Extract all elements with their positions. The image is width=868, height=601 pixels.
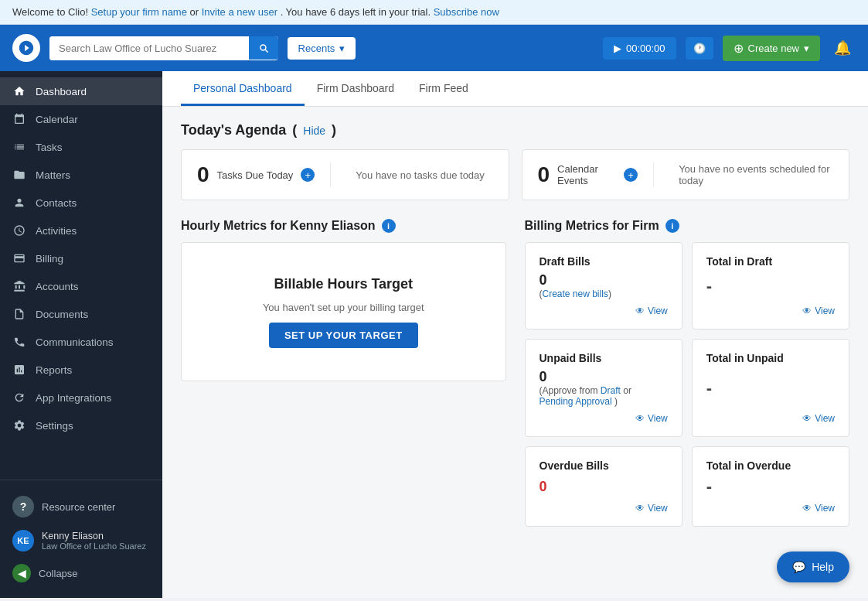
chevron-down-icon: ▾ [339,43,345,54]
total-unpaid-view-link[interactable]: 👁 View [706,413,835,424]
main-content: Personal Dashboard Firm Dashboard Firm F… [162,71,868,598]
sidebar-nav: Dashboard Calendar Tasks Matters [0,71,162,480]
content-area: Today's Agenda ( Hide ) 0 Tasks Due Toda… [162,107,868,542]
sidebar: Dashboard Calendar Tasks Matters [0,71,162,598]
tab-firm-feed[interactable]: Firm Feed [407,71,481,106]
sidebar-label: Reports [36,364,72,376]
top-banner: Welcome to Clio! Setup your firm name or… [0,0,868,25]
avatar: KE [12,530,34,551]
sidebar-label: Activities [36,225,77,237]
unpaid-bills-sub: (Approve from Draft or Pending Approval … [540,385,668,407]
resource-center-item[interactable]: ? Resource center [0,490,162,524]
tasks-message: You have no tasks due today [343,169,484,181]
unpaid-bills-view-link[interactable]: 👁 View [540,413,668,424]
hourly-metrics-title: Hourly Metrics for Kenny Eliason i [181,219,506,233]
sidebar-item-activities[interactable]: Activities [0,217,162,244]
hourly-metrics-info-icon[interactable]: i [382,219,396,233]
total-in-overdue-card: Total in Overdue - 👁 View [692,446,849,527]
sidebar-item-matters[interactable]: Matters [0,161,162,189]
app-body: Dashboard Calendar Tasks Matters [0,71,868,598]
search-button[interactable] [249,36,278,60]
sidebar-item-tasks[interactable]: Tasks [0,133,162,161]
sidebar-label: Accounts [36,281,79,292]
tab-firm-dashboard[interactable]: Firm Dashboard [305,71,407,106]
unpaid-bills-card: Unpaid Bills 0 (Approve from Draft or Pe… [525,339,682,437]
sidebar-item-documents[interactable]: Documents [0,300,162,328]
sidebar-item-calendar[interactable]: Calendar [0,105,162,133]
overdue-bills-value: 0 [540,479,668,495]
help-button[interactable]: 💬 Help [777,551,849,582]
sidebar-item-accounts[interactable]: Accounts [0,272,162,300]
overdue-bills-view-link[interactable]: 👁 View [540,503,668,514]
eye-icon: 👁 [802,306,812,316]
search-input[interactable] [49,36,249,60]
collapse-item[interactable]: ◀ Collapse [0,558,162,589]
timer-button[interactable]: ▶ 00:00:00 [603,37,676,60]
hide-agenda-link[interactable]: Hide [303,125,325,137]
draft-bills-view-link[interactable]: 👁 View [540,306,668,316]
notifications-button[interactable]: 🔔 [829,35,856,61]
create-new-button[interactable]: ⊕ Create new ▾ [723,36,820,61]
sidebar-item-contacts[interactable]: Contacts [0,189,162,217]
billing-metrics-info-icon[interactable]: i [665,219,679,233]
user-profile-item[interactable]: KE Kenny Eliason Law Office of Lucho Sua… [0,524,162,558]
tab-personal-dashboard[interactable]: Personal Dashboard [181,71,305,106]
approve-draft-link[interactable]: Draft [601,385,621,396]
total-overdue-value: - [706,476,835,497]
sidebar-item-communications[interactable]: Communications [0,328,162,356]
sidebar-item-dashboard[interactable]: Dashboard [0,77,162,105]
eye-icon: 👁 [635,413,645,424]
eye-icon: 👁 [635,503,645,514]
search-container [49,36,278,60]
sidebar-label: Settings [36,420,73,432]
clock-button[interactable]: 🕐 [686,37,713,60]
recents-button[interactable]: Recents ▾ [288,37,356,60]
sidebar-label: Documents [36,309,88,320]
tabs-bar: Personal Dashboard Firm Dashboard Firm F… [162,71,868,107]
metrics-row: Hourly Metrics for Kenny Eliason i Billa… [181,219,849,527]
tasks-label: Tasks Due Today [217,169,294,181]
bank-icon [12,279,26,293]
user-firm: Law Office of Lucho Suarez [42,541,146,551]
total-draft-title: Total in Draft [706,255,835,268]
sidebar-label: Dashboard [36,86,87,97]
billable-card-title: Billable Hours Target [274,276,413,292]
sidebar-label: Matters [36,169,70,181]
refresh-icon [12,391,26,405]
plus-icon: ⊕ [734,41,744,56]
billing-metrics-title: Billing Metrics for Firm i [525,219,850,233]
pending-approval-link[interactable]: Pending Approval [540,396,612,407]
banner-text-mid1: or [190,6,202,18]
billing-grid: Draft Bills 0 (Create new bills) 👁 View [525,242,850,527]
overdue-bills-title: Overdue Bills [540,459,668,472]
total-draft-view-link[interactable]: 👁 View [706,306,835,316]
folder-icon [12,168,26,182]
setup-firm-link[interactable]: Setup your firm name [91,6,187,18]
clock-icon [12,224,26,237]
sidebar-item-settings[interactable]: Settings [0,411,162,439]
sidebar-item-app-integrations[interactable]: App Integrations [0,384,162,411]
draft-bills-title: Draft Bills [540,255,668,268]
subscribe-link[interactable]: Subscribe now [434,6,499,18]
collapse-icon: ◀ [12,564,31,582]
add-event-button[interactable]: + [624,168,638,182]
tasks-count: 0 [197,162,209,187]
calendar-events-card: 0 Calendar Events + You have no events s… [522,149,850,200]
eye-icon: 👁 [635,306,645,316]
add-task-button[interactable]: + [301,168,315,182]
total-in-unpaid-card: Total in Unpaid - 👁 View [692,339,849,437]
header: Recents ▾ ▶ 00:00:00 🕐 ⊕ Create new ▾ 🔔 [0,25,868,71]
app-logo [12,34,40,62]
eye-icon: 👁 [802,503,812,514]
total-in-draft-card: Total in Draft - 👁 View [692,242,849,330]
billing-icon [12,251,26,265]
sidebar-label: Tasks [36,142,63,153]
create-new-bills-link[interactable]: Create new bills [543,289,608,299]
total-unpaid-title: Total in Unpaid [706,352,835,364]
sidebar-item-reports[interactable]: Reports [0,356,162,384]
sidebar-item-billing[interactable]: Billing [0,244,162,272]
total-overdue-view-link[interactable]: 👁 View [706,503,835,514]
set-target-button[interactable]: SET UP YOUR TARGET [269,323,418,348]
chart-icon [12,363,26,377]
invite-user-link[interactable]: Invite a new user [202,6,277,18]
